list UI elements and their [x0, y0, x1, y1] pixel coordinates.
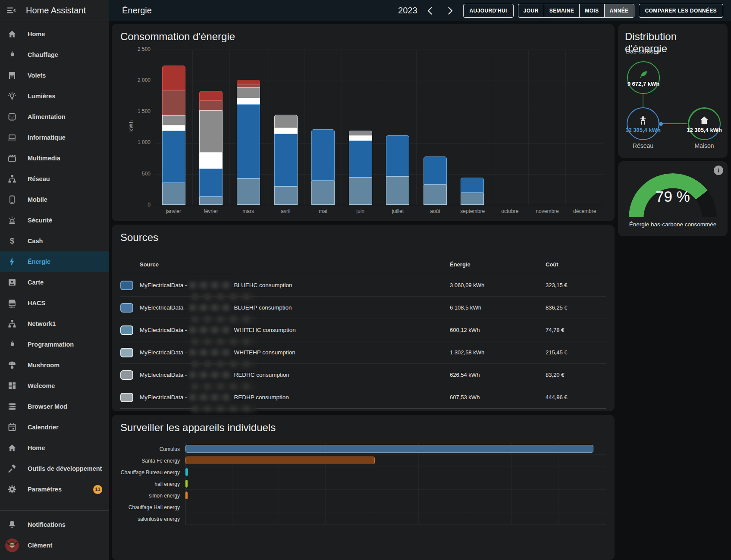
- sidebar-item-notifications[interactable]: Notifications: [0, 514, 109, 535]
- source-cost: 444,96 €: [546, 394, 606, 400]
- source-prefix: MyElectricalData -: [140, 282, 187, 288]
- month-slot: [565, 50, 603, 205]
- device-bar: [185, 445, 593, 453]
- chevron-right-icon[interactable]: [442, 3, 459, 18]
- sidebar-item-outils-dev[interactable]: Outils de développement: [0, 458, 109, 479]
- cog-icon: [7, 484, 17, 494]
- device-bar: [185, 491, 188, 499]
- sidebar-item-home[interactable]: Home: [0, 24, 109, 44]
- sidebar-item-label: Programmation: [28, 341, 74, 348]
- source-energy: 6 108,5 kWh: [450, 304, 546, 311]
- stacked-bar: [162, 66, 185, 205]
- sidebar-item-welcome[interactable]: Welcome: [0, 375, 109, 396]
- x-tick: mars: [229, 208, 267, 214]
- alarm-light-icon: [7, 215, 17, 225]
- x-tick: janvier: [155, 208, 192, 214]
- sidebar-item-label: Network1: [28, 320, 56, 327]
- sidebar-item-calendrier[interactable]: Calendrier: [0, 417, 109, 438]
- sidebar-item-label: Multimedia: [28, 155, 60, 162]
- page-title: Énergie: [122, 6, 152, 16]
- sidebar-item-securite[interactable]: Sécurité: [0, 210, 109, 231]
- month-slot: [491, 50, 528, 205]
- device-row: hall energy: [120, 478, 606, 490]
- source-prefix: MyElectricalData -: [140, 372, 187, 378]
- stacked-bar: [274, 115, 298, 205]
- sidebar-item-alimentation[interactable]: Alimentation: [0, 106, 109, 127]
- sidebar-item-label: Sécurité: [28, 217, 52, 224]
- sidebar-item-label: Paramètres: [28, 486, 62, 493]
- sidebar-item-programmation[interactable]: Programmation: [0, 334, 109, 355]
- sidebar-item-label: Welcome: [28, 382, 55, 389]
- source-name: REDHP consumption: [234, 394, 289, 400]
- sidebar-item-chauffage[interactable]: Chauffage: [0, 44, 109, 65]
- sidebar-item-label: HACS: [28, 300, 45, 307]
- sidebar-item-label: Mushroom: [28, 362, 60, 369]
- sidebar-item-informatique[interactable]: Informatique: [0, 127, 109, 148]
- x-tick: décembre: [566, 208, 603, 214]
- today-button[interactable]: AUJOURD'HUI: [463, 4, 514, 18]
- user-avatar: [5, 538, 19, 552]
- tab-mois[interactable]: MOIS: [580, 4, 604, 17]
- source-color-swatch: [120, 393, 133, 402]
- grid-node[interactable]: 12 305,4 kWh: [627, 107, 659, 140]
- tab-annee[interactable]: ANNÉE: [605, 4, 634, 17]
- sidebar-item-label: Outils de développement: [28, 465, 102, 472]
- sidebar-item-label: Notifications: [28, 521, 66, 528]
- source-row[interactable]: MyElectricalData -WHITEHC consumption 60…: [120, 319, 606, 341]
- device-label: Chauffage Bureau energy: [120, 469, 185, 476]
- sidebar-item-hacs[interactable]: HACS HACS: [0, 293, 109, 313]
- source-row[interactable]: MyElectricalData -BLUEHC consumption 3 0…: [120, 274, 606, 296]
- tab-semaine[interactable]: SEMAINE: [544, 4, 580, 17]
- sidebar-item-reseau[interactable]: Réseau: [0, 169, 109, 189]
- server-icon: [7, 401, 17, 412]
- home-node[interactable]: 12 305,4 kWh: [689, 109, 720, 139]
- source-row[interactable]: MyElectricalData -REDHC consumption 626,…: [120, 363, 606, 386]
- sidebar-item-energie[interactable]: Énergie: [0, 251, 109, 272]
- compare-data-button[interactable]: COMPARER LES DONNÉES: [639, 4, 723, 18]
- source-row[interactable]: MyElectricalData -REDHP consumption 607,…: [120, 386, 606, 408]
- source-row[interactable]: MyElectricalData -WHITEHP consumption 1 …: [120, 341, 606, 363]
- device-label: hall energy: [120, 481, 185, 487]
- fire-icon: [7, 339, 17, 350]
- source-energy: 607,53 kWh: [450, 394, 546, 400]
- redacted-id: [190, 304, 231, 311]
- menu-open-icon[interactable]: [6, 5, 16, 16]
- devices-card: Surveiller les appareils individuels Cum…: [112, 415, 615, 560]
- sidebar-item-network1[interactable]: Network1: [0, 313, 109, 334]
- month-slot: [192, 50, 230, 205]
- month-slot: [304, 50, 342, 205]
- month-slot: [416, 50, 454, 205]
- device-row: salonlustre energy: [120, 513, 606, 525]
- redacted-id: [190, 327, 231, 333]
- sidebar-item-browser-mod[interactable]: Browser Mod: [0, 396, 109, 417]
- low-carbon-node[interactable]: 9 672,7 kWh: [627, 61, 660, 94]
- sidebar-item-user[interactable]: Clément: [0, 535, 109, 556]
- x-tick: septembre: [454, 208, 491, 214]
- sources-title: Sources: [120, 232, 606, 244]
- chevron-left-icon[interactable]: [422, 3, 438, 18]
- sidebar-item-volets[interactable]: Volets: [0, 65, 109, 86]
- month-slot: [267, 50, 304, 205]
- home-value: 12 305,4 kWh: [687, 127, 722, 133]
- month-slot: [528, 50, 566, 205]
- sidebar-item-cash[interactable]: $ Cash: [0, 231, 109, 251]
- device-row: Santa Fe energy: [120, 455, 606, 466]
- sidebar-item-mobile[interactable]: Mobile: [0, 189, 109, 210]
- sidebar-item-multimedia[interactable]: Multimedia: [0, 148, 109, 169]
- svg-text:HACS: HACS: [9, 306, 15, 308]
- source-row[interactable]: MyElectricalData -BLUEHP consumption 6 1…: [120, 296, 606, 319]
- sidebar-item-label: Réseau: [28, 175, 50, 182]
- info-icon[interactable]: i: [714, 166, 723, 175]
- x-tick: juin: [342, 208, 379, 214]
- tab-jour[interactable]: JOUR: [518, 4, 544, 17]
- lightbulb-icon: [7, 91, 17, 101]
- sidebar-item-lumieres[interactable]: Lumières: [0, 86, 109, 106]
- sidebar-item-carte[interactable]: Carte: [0, 272, 109, 293]
- sidebar-item-mushroom[interactable]: Mushroom: [0, 355, 109, 375]
- sidebar-item-parametres[interactable]: Paramètres 11: [0, 479, 109, 500]
- stacked-bar: [311, 129, 335, 205]
- power-socket-icon: [7, 112, 17, 122]
- month-slot: [229, 50, 267, 205]
- sidebar-item-home2[interactable]: Home: [0, 438, 109, 458]
- month-slot: [155, 50, 192, 205]
